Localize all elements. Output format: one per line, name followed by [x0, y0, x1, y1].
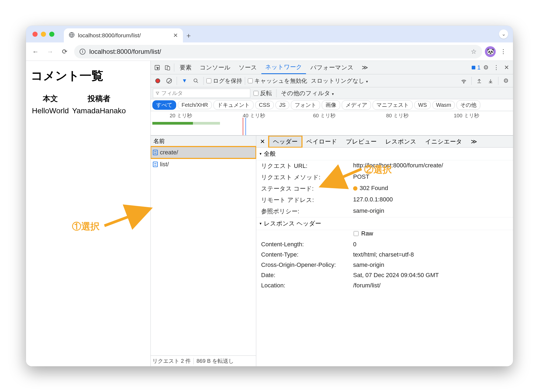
detail-tab-payload[interactable]: ペイロード [302, 136, 341, 147]
devtools-tab-bar: 要素 コンソール ソース ネットワーク パフォーマンス ≫ 1 ⚙ ⋮ ✕ [151, 61, 513, 74]
content-area: コメント一覧 本文 投稿者 HelloWorld YamadaHanako [26, 61, 513, 366]
chip-all[interactable]: すべて [152, 100, 176, 110]
chip-manifest[interactable]: マニフェスト [373, 100, 413, 110]
request-status-bar: リクエスト 2 件 869 B を転送し [151, 356, 256, 366]
detail-tab-more[interactable]: ≫ [466, 137, 481, 147]
detail-body: ▼全般 リクエスト URL:http://localhost:8000/foru… [256, 148, 513, 366]
page-heading: コメント一覧 [31, 68, 148, 84]
forward-button[interactable]: → [43, 45, 57, 58]
cell-author: YamadaHanako [70, 105, 127, 116]
svg-rect-3 [167, 67, 170, 70]
tab-title: localhost:8000/forum/list/ [78, 32, 170, 39]
request-item-create[interactable]: create/ [151, 147, 256, 158]
preserve-log-checkbox[interactable]: ログを保持 [206, 77, 242, 85]
close-detail-icon[interactable]: ✕ [256, 137, 269, 147]
address-bar: ← → ⟳ i localhost:8000/forum/list/ ☆ 🐼 ⋮ [26, 42, 513, 61]
profile-avatar[interactable]: 🐼 [485, 46, 496, 57]
table-row: HelloWorld YamadaHanako [30, 105, 127, 116]
section-general[interactable]: ▼全般 [256, 148, 513, 160]
request-detail-pane: ✕ ヘッダー ペイロード プレビュー レスポンス イニシエータ ≫ ▼全般 リク… [256, 136, 513, 366]
download-har-icon[interactable] [486, 76, 495, 86]
tab-console[interactable]: コンソール [196, 61, 234, 74]
globe-icon [69, 32, 75, 39]
comments-table: 本文 投稿者 HelloWorld YamadaHanako [30, 92, 127, 116]
chip-wasm[interactable]: Wasm [432, 101, 455, 109]
col-author: 投稿者 [70, 92, 127, 105]
filter-toggle-icon[interactable]: ▼ [180, 76, 189, 86]
tab-more[interactable]: ≫ [358, 62, 372, 73]
chip-doc[interactable]: ドキュメント [213, 100, 254, 110]
upload-har-icon[interactable] [474, 76, 484, 86]
tab-network[interactable]: ネットワーク [261, 61, 306, 74]
network-filter-row: フィルタ 反転 その他のフィルタ [151, 87, 513, 99]
network-split: 名前 create/ list/ リクエスト 2 件 869 B を転送し [151, 135, 513, 366]
minimize-window-button[interactable] [41, 32, 46, 37]
devtools-close-icon[interactable]: ✕ [502, 63, 511, 72]
request-list-header: 名前 [151, 136, 256, 147]
network-settings-icon[interactable]: ⚙ [501, 76, 511, 86]
document-icon [153, 150, 158, 155]
zoom-window-button[interactable] [49, 32, 54, 37]
request-type-chips: すべて Fetch/XHR ドキュメント CSS JS フォント 画像 メディア… [151, 99, 513, 111]
tab-sources[interactable]: ソース [235, 61, 261, 74]
inspect-icon[interactable] [152, 63, 162, 72]
detail-tab-preview[interactable]: プレビュー [341, 136, 381, 147]
url-text: localhost:8000/forum/list/ [89, 48, 161, 55]
chip-media[interactable]: メディア [342, 100, 371, 110]
traffic-lights [32, 32, 54, 37]
network-toolbar: ▼ ログを保持 キャッシュを無効化 スロットリングなし [151, 74, 513, 87]
section-response-headers[interactable]: ▼レスポンス ヘッダー [256, 217, 513, 230]
cell-body: HelloWorld [30, 105, 70, 116]
disable-cache-checkbox[interactable]: キャッシュを無効化 [248, 77, 307, 85]
browser-window: localhost:8000/forum/list/ ✕ ＋ ⌄ ← → ⟳ i… [26, 26, 513, 366]
chip-js[interactable]: JS [275, 101, 289, 109]
new-tab-button[interactable]: ＋ [185, 28, 192, 42]
omnibox[interactable]: i localhost:8000/forum/list/ ☆ [74, 45, 482, 58]
devtools-panel: 要素 コンソール ソース ネットワーク パフォーマンス ≫ 1 ⚙ ⋮ ✕ ▼ [150, 61, 513, 366]
search-icon[interactable] [191, 76, 201, 86]
svg-rect-4 [472, 66, 475, 69]
devtools-settings-icon[interactable]: ⚙ [481, 63, 491, 72]
filter-input[interactable]: フィルタ [153, 89, 250, 98]
waterfall-overview[interactable]: 20 ミリ秒 40 ミリ秒 60 ミリ秒 80 ミリ秒 100 ミリ秒 [151, 111, 513, 135]
clear-button[interactable] [164, 76, 174, 86]
network-conditions-icon[interactable] [459, 76, 469, 86]
reload-button[interactable]: ⟳ [58, 45, 71, 58]
chip-other[interactable]: その他 [456, 100, 480, 110]
more-filters[interactable]: その他のフィルタ [281, 89, 334, 97]
close-window-button[interactable] [32, 32, 38, 37]
invert-checkbox[interactable]: 反転 [254, 89, 272, 97]
throttling-select[interactable]: スロットリングなし [311, 77, 369, 85]
raw-toggle[interactable]: Raw [256, 230, 513, 239]
back-button[interactable]: ← [29, 45, 42, 58]
close-tab-icon[interactable]: ✕ [173, 32, 178, 39]
site-info-icon[interactable]: i [80, 49, 86, 55]
tab-performance[interactable]: パフォーマンス [307, 61, 357, 74]
chip-font[interactable]: フォント [291, 100, 320, 110]
devtools-menu-icon[interactable]: ⋮ [491, 63, 501, 72]
bookmark-star-icon[interactable]: ☆ [471, 48, 477, 55]
status-dot-icon [353, 186, 357, 191]
chip-fetch[interactable]: Fetch/XHR [178, 101, 212, 109]
device-toolbar-icon[interactable] [163, 63, 172, 72]
chip-ws[interactable]: WS [414, 101, 430, 109]
detail-tab-response[interactable]: レスポンス [381, 136, 421, 147]
request-item-list[interactable]: list/ [151, 158, 256, 170]
chip-img[interactable]: 画像 [322, 100, 340, 110]
issues-counter[interactable]: 1 [471, 64, 481, 71]
document-icon [153, 162, 158, 167]
svg-point-5 [194, 79, 197, 82]
browser-tab[interactable]: localhost:8000/forum/list/ ✕ [64, 28, 183, 42]
tab-elements[interactable]: 要素 [176, 61, 195, 74]
chip-css[interactable]: CSS [255, 101, 274, 109]
col-body: 本文 [30, 92, 70, 105]
request-list: 名前 create/ list/ リクエスト 2 件 869 B を転送し [151, 136, 256, 366]
rendered-page: コメント一覧 本文 投稿者 HelloWorld YamadaHanako [26, 61, 150, 366]
window-dropdown-button[interactable]: ⌄ [499, 29, 508, 39]
tab-strip: localhost:8000/forum/list/ ✕ ＋ ⌄ [26, 26, 513, 42]
record-button[interactable] [153, 76, 163, 86]
detail-tab-headers[interactable]: ヘッダー [269, 136, 302, 147]
svg-point-6 [464, 83, 464, 83]
browser-menu-button[interactable]: ⋮ [497, 45, 510, 58]
detail-tab-initiator[interactable]: イニシエータ [421, 136, 466, 147]
